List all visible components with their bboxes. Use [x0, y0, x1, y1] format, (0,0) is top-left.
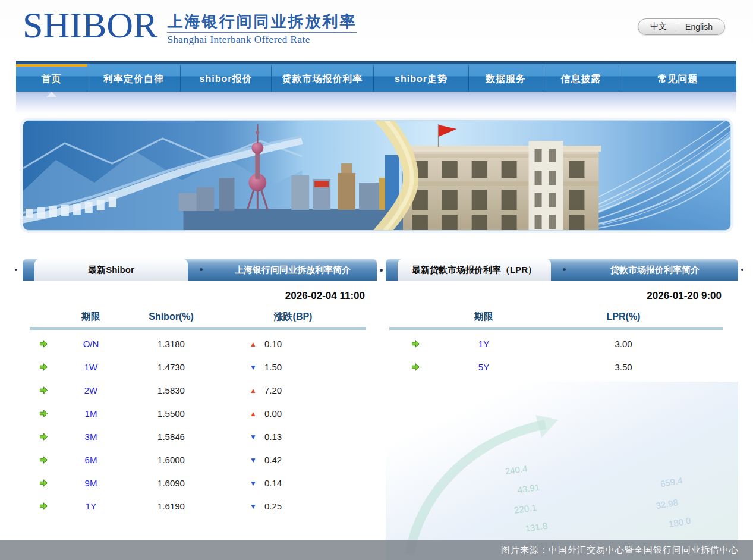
nav-items: 首页 利率定价自律 shibor报价 贷款市场报价利率 shibor走势 数据服… — [16, 64, 736, 92]
table-row: 5Y 3.50 — [386, 355, 738, 379]
image-source-caption: 图片来源：中国外汇交易中心暨全国银行间同业拆借中心 — [0, 540, 753, 560]
change-direction-icon: ▼ — [250, 364, 257, 371]
nav-item-shibor-quotes[interactable]: shibor报价 — [181, 64, 272, 92]
rate-value: 3.00 — [522, 339, 724, 349]
change-direction-icon: ▲ — [250, 387, 257, 394]
panel-separator-dot — [380, 269, 383, 272]
rate-value: 1.6000 — [118, 455, 225, 465]
nav-item-rate-pricing-self-discipline[interactable]: 利率定价自律 — [87, 64, 181, 92]
lpr-table-header: 期限 LPR(%) — [386, 308, 738, 326]
term-link[interactable]: 2W — [64, 385, 118, 395]
shibor-table-header: 期限 Shibor(%) 涨跌(BP) — [23, 308, 377, 326]
table-row: 1Y 1.6190 ▼0.25 — [23, 495, 377, 518]
shibor-timestamp: 2026-02-04 11:00 — [23, 290, 377, 302]
banner-illustration — [23, 121, 730, 230]
nav-item-home[interactable]: 首页 — [16, 64, 87, 92]
term-link[interactable]: O/N — [64, 339, 118, 349]
shibor-tab-bar: 最新Shibor 上海银行间同业拆放利率简介 — [23, 259, 377, 281]
col-rate: LPR(%) — [522, 312, 724, 322]
change-direction-icon: ▲ — [250, 341, 257, 348]
shibor-table: 2026-02-04 11:00 期限 Shibor(%) 涨跌(BP) O/N… — [23, 290, 377, 518]
table-row: 3M 1.5846 ▼0.13 — [23, 425, 377, 448]
language-english-button[interactable]: English — [676, 22, 722, 32]
svg-text:220.1: 220.1 — [513, 502, 537, 515]
rate-value: 1.5846 — [118, 432, 225, 442]
green-arrow-icon — [39, 363, 48, 372]
change-value: 0.13 — [264, 432, 282, 442]
change-direction-icon: ▼ — [250, 480, 257, 487]
table-row: O/N 1.3180 ▲0.10 — [23, 332, 377, 355]
table-row: 9M 1.6090 ▼0.14 — [23, 471, 377, 495]
change-direction-icon: ▲ — [250, 410, 257, 417]
logo-subtitle-zh: 上海银行间同业拆放利率 — [167, 12, 357, 30]
nav-item-shibor-trend[interactable]: shibor走势 — [374, 64, 469, 92]
shibor-panel: 最新Shibor 上海银行间同业拆放利率简介 2026-02-04 11:00 … — [23, 259, 377, 560]
tab-latest-lpr[interactable]: 最新贷款市场报价利率（LPR） — [398, 259, 551, 281]
term-link[interactable]: 5Y — [445, 362, 522, 372]
rate-value: 1.6190 — [118, 501, 225, 511]
green-arrow-icon — [39, 455, 48, 464]
term-link[interactable]: 1Y — [445, 339, 522, 349]
language-chinese-button[interactable]: 中文 — [641, 21, 676, 32]
table-row: 2W 1.5830 ▲7.20 — [23, 379, 377, 402]
tab-separator-dot — [563, 268, 566, 271]
term-link[interactable]: 1W — [64, 362, 118, 372]
table-divider — [30, 327, 366, 330]
table-row: 1Y 3.00 — [386, 332, 738, 355]
tab-latest-shibor[interactable]: 最新Shibor — [34, 259, 188, 281]
green-arrow-icon — [39, 409, 48, 418]
svg-text:131.8: 131.8 — [525, 521, 549, 534]
svg-text:180.0: 180.0 — [668, 515, 692, 529]
change-value: 7.20 — [264, 385, 282, 395]
content-panels: 最新Shibor 上海银行间同业拆放利率简介 2026-02-04 11:00 … — [23, 259, 738, 560]
table-divider — [389, 327, 723, 330]
logo-divider — [167, 32, 357, 33]
language-switch: 中文 English — [638, 18, 725, 35]
svg-text:43.91: 43.91 — [516, 482, 540, 495]
tab-separator-dot — [200, 268, 203, 271]
tab-lpr-introduction[interactable]: 贷款市场报价利率简介 — [572, 259, 738, 281]
svg-text:32.98: 32.98 — [655, 497, 679, 511]
term-link[interactable]: 1Y — [64, 501, 118, 511]
rate-value: 1.4730 — [118, 362, 225, 372]
col-change: 涨跌(BP) — [225, 311, 361, 323]
change-value: 1.50 — [264, 362, 282, 372]
green-arrow-icon — [411, 339, 420, 348]
rate-value: 1.5830 — [118, 385, 225, 395]
nav-item-lpr[interactable]: 贷款市场报价利率 — [272, 64, 374, 92]
nav-item-faq[interactable]: 常见问题 — [619, 64, 736, 92]
change-value: 0.25 — [264, 501, 282, 511]
green-arrow-icon — [411, 363, 420, 372]
site-logo: SHIBOR 上海银行间同业拆放利率 Shanghai Interbank Of… — [23, 7, 357, 46]
change-direction-icon: ▼ — [250, 457, 257, 464]
svg-text:240.4: 240.4 — [505, 463, 528, 476]
nav-item-data-services[interactable]: 数据服务 — [469, 64, 543, 92]
change-direction-icon: ▼ — [250, 503, 257, 510]
logo-wordmark: SHIBOR — [23, 7, 157, 43]
green-arrow-icon — [39, 502, 48, 511]
col-term: 期限 — [64, 311, 118, 323]
col-term: 期限 — [445, 311, 522, 323]
green-arrow-icon — [39, 479, 48, 487]
nav-item-information-disclosure[interactable]: 信息披露 — [543, 64, 619, 92]
green-arrow-icon — [39, 386, 48, 395]
rate-value: 1.6090 — [118, 478, 225, 488]
rate-value: 1.3180 — [118, 339, 225, 349]
term-link[interactable]: 9M — [64, 478, 118, 488]
term-link[interactable]: 1M — [64, 408, 118, 419]
main-nav: 首页 利率定价自律 shibor报价 贷款市场报价利率 shibor走势 数据服… — [16, 61, 736, 92]
svg-text:659.4: 659.4 — [660, 475, 683, 489]
rate-value: 1.5500 — [118, 408, 225, 419]
col-rate: Shibor(%) — [118, 312, 225, 322]
change-value: 0.42 — [264, 455, 282, 465]
site-header: SHIBOR 上海银行间同业拆放利率 Shanghai Interbank Of… — [0, 0, 753, 61]
nav-under-band — [16, 92, 736, 114]
tab-shibor-introduction[interactable]: 上海银行间同业拆放利率简介 — [209, 259, 377, 281]
green-arrow-icon — [39, 432, 48, 441]
lpr-tab-bar: 最新贷款市场报价利率（LPR） 贷款市场报价利率简介 — [386, 259, 738, 281]
term-link[interactable]: 3M — [64, 432, 118, 442]
logo-subtitle-en: Shanghai Interbank Offered Rate — [167, 34, 357, 46]
rate-value: 3.50 — [522, 362, 724, 372]
term-link[interactable]: 6M — [64, 455, 118, 465]
green-arrow-icon — [39, 339, 48, 348]
